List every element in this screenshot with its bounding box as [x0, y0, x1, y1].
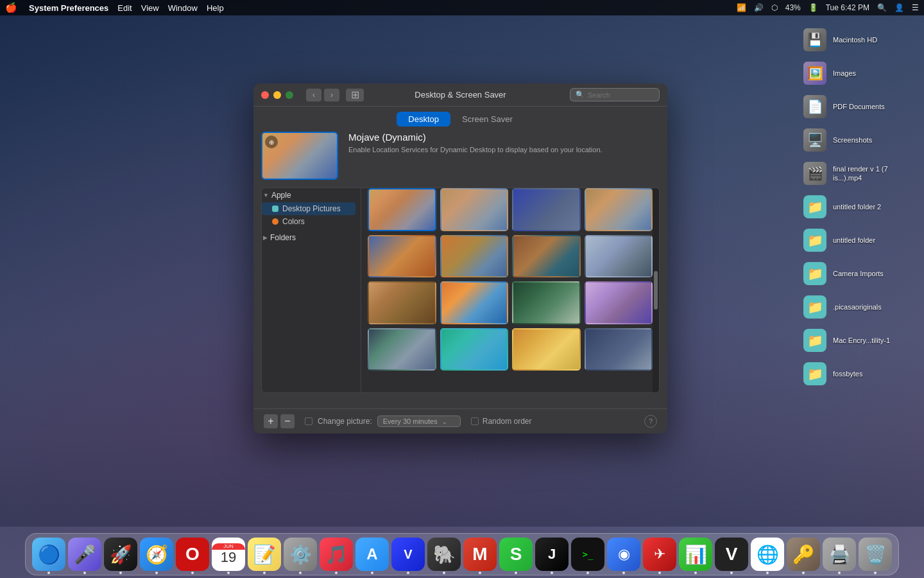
dock-siri[interactable]: 🎤	[68, 538, 101, 571]
change-picture-checkbox[interactable]	[305, 417, 312, 425]
sidebar-label-picasa: .picasaoriginals	[833, 302, 882, 311]
dock-printer[interactable]: 🖨️	[823, 538, 856, 571]
help-button[interactable]: ?	[644, 415, 657, 428]
wallpaper-sierra-dusk[interactable]	[512, 235, 581, 278]
wallpaper-high-sierra[interactable]	[585, 188, 653, 231]
sidebar-item-macintosh-hd[interactable]: 💾 Macintosh HD	[801, 26, 919, 54]
view-menu[interactable]: View	[141, 3, 159, 13]
bluetooth-icon[interactable]: ⬡	[771, 3, 778, 12]
dock-trash[interactable]: 🗑️	[859, 538, 892, 571]
dock-launchpad[interactable]: 🚀	[104, 538, 137, 571]
menubar-left: 🍎 System Preferences Edit View Window He…	[5, 2, 224, 13]
interval-dropdown[interactable]: Every 30 minutes ⌄	[377, 416, 461, 427]
minimize-button[interactable]	[273, 91, 281, 99]
dock-gmail[interactable]: M	[463, 538, 497, 571]
dock-virtualbox[interactable]: V	[391, 538, 425, 571]
battery-percentage: 43%	[785, 3, 801, 12]
dock-opera[interactable]: O	[176, 538, 209, 571]
tab-screensaver[interactable]: Screen Saver	[450, 112, 524, 127]
sidebar-item-pdf[interactable]: 📄 PDF Documents	[801, 92, 919, 121]
menu-extra-icon[interactable]: ☰	[912, 3, 919, 12]
wallpaper-mojave-dynamic[interactable]	[368, 188, 436, 231]
grid-view-button[interactable]: ⊞	[346, 89, 364, 101]
wallpaper-subtitle: Enable Location Services for Dynamic Des…	[348, 145, 660, 155]
sidebar-label-images: Images	[833, 69, 856, 78]
tab-desktop[interactable]: Desktop	[397, 112, 450, 127]
sidebar-label-fossbytes: fossbytes	[833, 369, 862, 378]
dock-finder[interactable]: 🔵	[32, 538, 65, 571]
volume-icon[interactable]: 🔊	[754, 3, 764, 12]
wallpaper-mountain-lion[interactable]	[585, 328, 653, 371]
wallpaper-el-cap-2[interactable]	[440, 281, 509, 324]
dock-sysprefs[interactable]: ⚙️	[284, 538, 317, 571]
picasa-icon: 📁	[803, 295, 826, 319]
preview-info: Mojave (Dynamic) Enable Location Service…	[348, 132, 660, 180]
sidebar-item-untitled-folder[interactable]: 📁 untitled folder	[801, 226, 919, 254]
apple-menu[interactable]: 🍎	[5, 2, 17, 13]
desktop-pictures-label: Desktop Pictures	[282, 204, 341, 213]
dock-airmail[interactable]: ✈	[643, 538, 676, 571]
edit-menu[interactable]: Edit	[117, 3, 132, 13]
dock-jetbrains[interactable]: J	[535, 538, 569, 571]
wallpaper-el-cap-3[interactable]	[512, 281, 581, 324]
close-button[interactable]	[261, 91, 269, 99]
dock-appstore[interactable]: A	[355, 538, 389, 571]
dock-calendar[interactable]: JUN 19	[212, 538, 245, 571]
wallpaper-sierra-night[interactable]	[585, 235, 653, 278]
dock-monitor[interactable]: 📊	[679, 538, 712, 571]
apple-group-header[interactable]: ▼ Apple	[262, 188, 355, 202]
back-button[interactable]: ‹	[306, 89, 321, 101]
search-input[interactable]	[588, 91, 654, 99]
sidebar-item-screenshots[interactable]: 🖥️ Screenshots	[801, 126, 919, 154]
add-button[interactable]: +	[264, 414, 278, 428]
wallpaper-el-cap-1[interactable]	[368, 281, 436, 324]
colors-item[interactable]: Colors	[262, 215, 355, 228]
wallpaper-el-cap-4[interactable]	[585, 281, 653, 324]
window-menu[interactable]: Window	[168, 3, 198, 13]
window-titlebar: ‹ › ⊞ Desktop & Screen Saver 🔍	[253, 83, 667, 107]
wallpaper-grid-panel	[361, 188, 653, 392]
folders-group-header[interactable]: ▶ Folders	[262, 231, 355, 245]
dock-terminal[interactable]: >_	[571, 538, 604, 571]
dock-arc[interactable]: ◉	[607, 538, 640, 571]
dock-security[interactable]: 🔑	[787, 538, 820, 571]
spotlight-icon[interactable]: 🔍	[877, 3, 887, 12]
dock-music[interactable]: 🎵	[320, 538, 353, 571]
sidebar-item-picasa[interactable]: 📁 .picasaoriginals	[801, 293, 919, 321]
dock-chrome[interactable]: 🌐	[751, 538, 784, 571]
wallpaper-mojave-night[interactable]	[512, 188, 581, 231]
remove-button[interactable]: −	[280, 414, 295, 428]
sidebar-item-mac-encrytility[interactable]: 📁 Mac Encry...tility-1	[801, 326, 919, 355]
pdf-icon: 📄	[803, 95, 826, 118]
sidebar-item-camera-imports[interactable]: 📁 Camera Imports	[801, 259, 919, 288]
dock-safari[interactable]: 🧭	[140, 538, 173, 571]
search-box[interactable]: 🔍	[570, 88, 660, 101]
wallpaper-yosemite-1[interactable]	[368, 328, 436, 371]
sidebar-item-untitled-folder-2[interactable]: 📁 untitled folder 2	[801, 193, 919, 221]
scrollbar-thumb[interactable]	[654, 271, 658, 310]
sidebar-item-final-render[interactable]: 🎬 final render v 1 (7 is...).mp4	[801, 159, 919, 188]
user-icon[interactable]: 👤	[894, 3, 904, 12]
dock-notes[interactable]: 📝	[248, 538, 281, 571]
app-name[interactable]: System Preferences	[29, 3, 108, 13]
help-menu[interactable]: Help	[207, 3, 224, 13]
sidebar-item-fossbytes[interactable]: 📁 fossbytes	[801, 360, 919, 388]
sidebar-item-images[interactable]: 🖼️ Images	[801, 59, 919, 87]
maximize-button[interactable]	[286, 91, 293, 99]
folders-group-label: Folders	[270, 233, 296, 242]
dock-vectr[interactable]: V	[715, 538, 748, 571]
wallpaper-sierra-day[interactable]	[440, 235, 509, 278]
wallpaper-mojave-day[interactable]	[440, 188, 509, 231]
dock-sheets[interactable]: S	[499, 538, 533, 571]
bottom-bar: + − Change picture: Every 30 minutes ⌄ R…	[253, 408, 667, 434]
desktop-pictures-item[interactable]: Desktop Pictures	[262, 202, 355, 215]
dock-sequel[interactable]: 🐘	[427, 538, 461, 571]
wallpaper-sierra-dawn[interactable]	[368, 235, 436, 278]
forward-button[interactable]: ›	[324, 89, 339, 101]
menubar: 🍎 System Preferences Edit View Window He…	[0, 0, 924, 15]
random-order-checkbox[interactable]	[471, 417, 479, 425]
add-remove-buttons: + −	[264, 414, 295, 428]
scrollbar[interactable]	[653, 188, 659, 392]
wallpaper-yosemite-3[interactable]	[512, 328, 581, 371]
wallpaper-yosemite-2[interactable]	[440, 328, 509, 371]
